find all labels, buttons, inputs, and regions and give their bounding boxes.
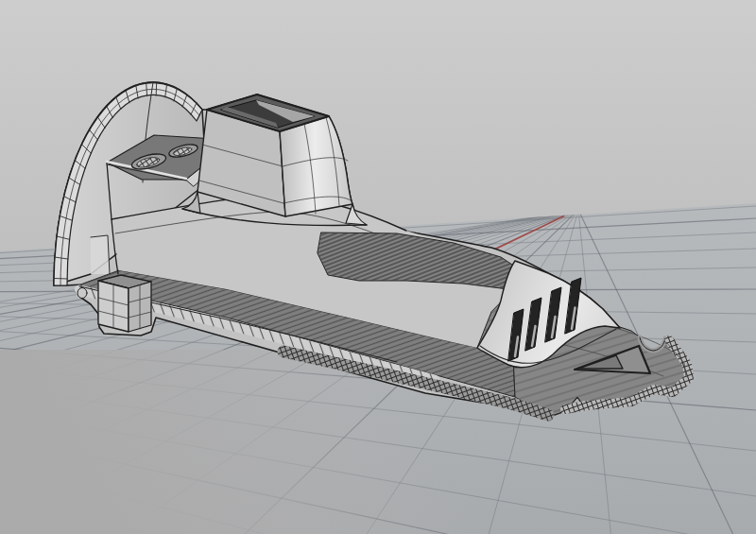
rail-left-cap (77, 288, 87, 299)
dome-step-face (91, 235, 110, 274)
cad-viewport[interactable] (0, 0, 756, 534)
viewport-canvas[interactable] (0, 0, 756, 534)
attachment-block[interactable] (98, 275, 151, 332)
